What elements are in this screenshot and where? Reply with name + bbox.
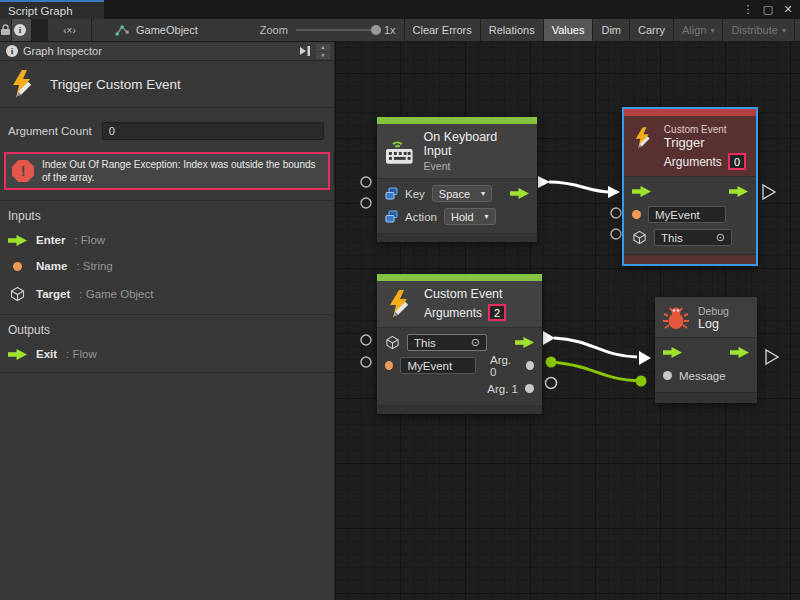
wire-keyboard-to-trigger [549, 182, 611, 192]
zoom-slider[interactable] [296, 29, 376, 31]
lock-button[interactable] [0, 19, 12, 41]
flow-out-port[interactable] [515, 337, 534, 348]
input-target-row: Target : Game Object [8, 286, 326, 302]
arguments-value-error[interactable]: 0 [728, 153, 746, 170]
code-preview-button[interactable]: ‹×› [48, 19, 92, 41]
port-circle[interactable] [611, 208, 621, 218]
maximize-icon[interactable]: ▢ [760, 3, 776, 16]
out-stub-triangle[interactable] [766, 350, 778, 364]
arg0-label: Arg. 0 [490, 354, 519, 378]
info-icon: i [6, 45, 18, 57]
port-circle[interactable] [361, 357, 371, 367]
flow-in-port[interactable] [663, 347, 682, 358]
zoom-label: Zoom [260, 24, 288, 36]
string-port-icon[interactable] [385, 361, 393, 370]
input-enter-row: Enter : Flow [8, 234, 326, 246]
align-button[interactable]: Align▾ [674, 19, 723, 41]
node-debug-log[interactable]: Debug Log Message [655, 297, 757, 403]
wire-event-to-debug [554, 338, 637, 357]
input-pair-icon [385, 210, 398, 223]
inputs-section: Inputs Enter : Flow Name : String Target… [0, 201, 334, 304]
port-circle[interactable] [361, 177, 371, 187]
dim-button[interactable]: Dim [593, 19, 630, 41]
overview-button[interactable]: Overv [795, 19, 800, 41]
relations-button[interactable]: Relations [481, 19, 544, 41]
node-body: This ⊙ MyEvent Arg. 0 Arg. 1 [377, 327, 542, 405]
node-color-bar [377, 274, 542, 281]
graph-inspector-panel: i Graph Inspector ▲ ▼ Trigger Custom Eve… [0, 42, 335, 600]
close-icon[interactable]: ✕ [780, 3, 796, 16]
info-button[interactable]: i [12, 19, 32, 41]
dock-icon[interactable] [298, 45, 312, 57]
custom-event-icon [8, 68, 38, 100]
out-stub-triangle[interactable] [763, 185, 775, 199]
key-dropdown[interactable]: Space ▾ [432, 185, 492, 202]
input-name-row: Name : String [8, 257, 326, 275]
distribute-button[interactable]: Distribute▾ [723, 19, 794, 41]
node-title: Log [698, 317, 729, 331]
target-field[interactable]: This ⊙ [654, 229, 732, 246]
action-dropdown[interactable]: Hold ▾ [444, 208, 496, 225]
node-header: Custom Event Arguments 2 [377, 281, 542, 327]
inspector-header-title: Graph Inspector [23, 45, 102, 57]
inspector-spinner[interactable]: ▲ ▼ [316, 44, 330, 59]
context-zoom-segment: GameObject Zoom 1x [92, 19, 405, 41]
node-on-keyboard-input[interactable]: On Keyboard Input Event Key Space ▾ [377, 117, 537, 242]
object-picker-icon[interactable]: ⊙ [471, 336, 480, 349]
flow-out-port[interactable] [729, 186, 748, 197]
arg0-port[interactable] [526, 361, 534, 370]
port-circle[interactable] [361, 198, 371, 208]
cube-icon[interactable] [385, 335, 400, 350]
carry-button[interactable]: Carry [630, 19, 674, 41]
zoom-value: 1x [384, 24, 396, 36]
arguments-value-highlight[interactable]: 2 [488, 304, 506, 321]
clear-errors-button[interactable]: Clear Errors [405, 19, 481, 41]
node-footer [655, 392, 757, 403]
tab-script-graph[interactable]: Script Graph [0, 0, 104, 19]
output-exit-row: Exit : Flow [8, 348, 326, 360]
exclaim-glyph: ! [21, 163, 26, 179]
page-title: Trigger Custom Event [50, 77, 181, 92]
port-type: Flow [72, 348, 96, 360]
custom-event-icon [385, 288, 415, 320]
node-body: MyEvent This ⊙ [624, 176, 756, 254]
code-icon: ‹×› [63, 25, 76, 36]
flow-out-port[interactable] [510, 188, 529, 199]
window-menu-icon[interactable]: ⋮ [740, 3, 756, 16]
zoom-slider-handle[interactable] [371, 25, 381, 35]
spinner-up-icon[interactable]: ▲ [316, 44, 330, 51]
port-circle[interactable] [361, 335, 371, 345]
node-custom-event[interactable]: Custom Event Arguments 2 This ⊙ [377, 274, 542, 414]
event-name-field[interactable]: MyEvent [648, 206, 726, 223]
error-icon: ! [12, 160, 34, 182]
argument-count-label: Argument Count [8, 125, 92, 137]
wire-arrowhead [608, 186, 620, 198]
node-header: Debug Log [655, 297, 757, 337]
arg1-port[interactable] [525, 384, 534, 393]
key-value: Space [439, 188, 470, 200]
port-type: Flow [81, 234, 105, 246]
port-type: Game Object [86, 288, 154, 300]
error-message-text: Index Out Of Range Exception: Index was … [42, 158, 322, 184]
string-port-icon[interactable] [632, 210, 641, 219]
object-picker-icon[interactable]: ⊙ [716, 231, 725, 244]
port-circle-arg1[interactable] [546, 378, 557, 389]
cube-icon[interactable] [632, 230, 647, 245]
flow-in-port[interactable] [632, 186, 651, 197]
port-circle[interactable] [611, 229, 621, 239]
chevron-down-icon: ▾ [485, 212, 489, 221]
event-name-value: MyEvent [407, 360, 452, 372]
message-port[interactable] [663, 371, 672, 380]
spinner-down-icon[interactable]: ▼ [316, 52, 330, 59]
event-name-field[interactable]: MyEvent [400, 357, 476, 374]
divider [0, 372, 334, 373]
target-field[interactable]: This ⊙ [407, 334, 487, 351]
flow-out-port[interactable] [730, 347, 749, 358]
target-value: This [414, 337, 436, 349]
values-button[interactable]: Values [544, 19, 594, 41]
node-trigger-custom-event[interactable]: Custom Event Trigger Arguments 0 MyEvent [622, 107, 758, 266]
argument-count-field[interactable] [102, 122, 324, 140]
port-type: String [83, 260, 113, 272]
graph-canvas[interactable]: On Keyboard Input Event Key Space ▾ [335, 42, 800, 600]
gameobject-label[interactable]: GameObject [136, 24, 198, 36]
